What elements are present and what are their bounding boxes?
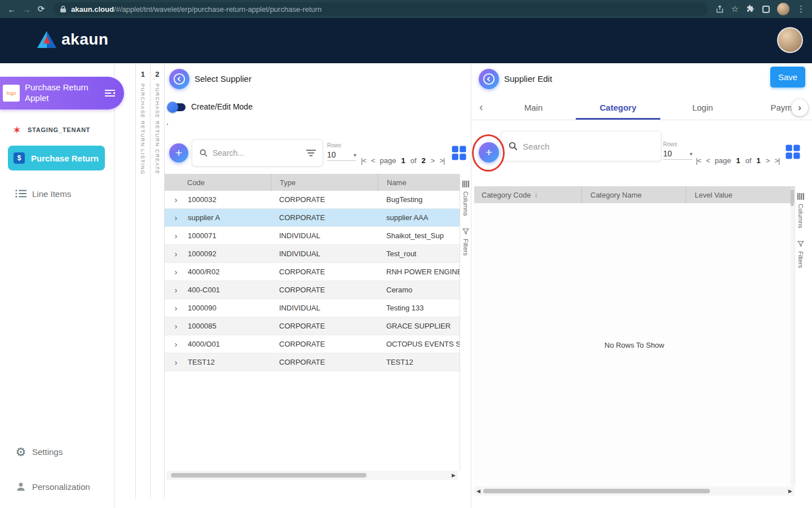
tabs-scroll-left-icon[interactable]: ‹ xyxy=(479,100,483,113)
grid-view-button[interactable] xyxy=(449,143,469,163)
tab-main[interactable]: Main xyxy=(491,95,576,120)
rows-label: Rows xyxy=(663,141,692,147)
sidebar-item-label: Personalization xyxy=(32,482,90,492)
search-input[interactable] xyxy=(213,148,302,157)
scroll-right-icon[interactable]: ▶ xyxy=(788,488,792,494)
browser-reload-icon[interactable]: ⟳ xyxy=(34,4,48,14)
next-page-icon[interactable]: > xyxy=(766,156,770,165)
cell-type: CORPORATE xyxy=(271,322,378,330)
scrollbar-thumb[interactable] xyxy=(791,189,794,206)
table-row[interactable]: ›4000/O01CORPORATEOCTOPUS EVENTS SOLUTI xyxy=(165,335,460,353)
scrollbar-thumb[interactable] xyxy=(171,473,367,478)
browser-back-icon[interactable]: ← xyxy=(5,5,19,14)
last-page-icon[interactable]: >| xyxy=(439,156,444,165)
first-page-icon[interactable]: |< xyxy=(361,156,366,165)
cell-type: CORPORATE xyxy=(271,358,378,366)
next-page-icon[interactable]: > xyxy=(431,156,435,165)
save-button[interactable]: Save xyxy=(770,67,805,87)
add-supplier-button[interactable]: + xyxy=(169,143,188,163)
add-category-button[interactable]: + xyxy=(479,142,499,163)
vertical-scrollbar[interactable] xyxy=(791,188,794,485)
row-expander-icon[interactable]: › xyxy=(165,357,187,367)
extensions-puzzle-icon[interactable] xyxy=(746,5,755,14)
rows-per-page-select[interactable]: Rows 10▾ xyxy=(663,141,692,160)
first-page-icon[interactable]: |< xyxy=(696,156,701,165)
column-header-category-code[interactable]: Category Code↓ xyxy=(474,191,581,199)
row-expander-icon[interactable]: › xyxy=(165,303,187,313)
filters-panel-tab[interactable]: Filters xyxy=(795,234,806,274)
row-expander-icon[interactable]: › xyxy=(165,249,187,259)
tab-login[interactable]: Login xyxy=(660,95,745,120)
address-bar[interactable]: akaun.cloud/#/applet/tnt/wavelet/erp/pur… xyxy=(53,2,708,16)
browser-profile-avatar[interactable] xyxy=(777,3,789,15)
row-expander-icon[interactable]: › xyxy=(165,231,187,240)
scrollbar-thumb[interactable] xyxy=(483,489,710,493)
browser-menu-icon[interactable]: ⋮ xyxy=(797,4,805,14)
tab-purchase-return-listing[interactable]: 1 PURCHASE RETURN LISTING xyxy=(136,63,151,499)
sidebar-item-tenant[interactable]: ✶ STAGING_TENANT xyxy=(0,122,114,138)
column-header-category-name[interactable]: Category Name xyxy=(581,186,686,203)
scroll-left-icon[interactable]: ◀ xyxy=(476,488,480,494)
scroll-right-icon[interactable]: ▶ xyxy=(452,472,456,478)
table-row[interactable]: ›TEST12CORPORATETEST12 xyxy=(165,353,460,371)
sidebar-item-settings[interactable]: ⚙ Settings xyxy=(0,443,114,461)
cell-code: 1000032 xyxy=(187,195,271,204)
rows-label: Rows xyxy=(327,142,356,148)
sidebar-item-personalization[interactable]: Personalization xyxy=(0,478,114,496)
back-button[interactable] xyxy=(169,69,189,89)
cell-type: INDIVIDUAL xyxy=(271,304,378,312)
column-header-name[interactable]: Name xyxy=(378,174,460,191)
browser-forward-icon[interactable]: → xyxy=(19,5,34,14)
table-row[interactable]: ›1000090INDIVIDUALTesting 133 xyxy=(165,299,460,317)
row-expander-icon[interactable]: › xyxy=(165,195,187,204)
table-row[interactable]: ›1000092INDIVIDUALTest_rout xyxy=(165,245,460,263)
sort-desc-icon[interactable]: ↓ xyxy=(534,191,537,199)
table-row[interactable]: ›1000032CORPORATEBugTesting xyxy=(165,191,460,209)
cell-name: Shaikot_test_Sup xyxy=(378,231,460,240)
column-label: Category Code xyxy=(482,191,531,199)
horizontal-scrollbar[interactable]: ▶ xyxy=(166,471,458,480)
table-row-selected[interactable]: ›supplier ACORPORATEsupplier AAA xyxy=(165,209,460,227)
columns-panel-tab[interactable]: Columns xyxy=(795,186,806,234)
column-header-level-value[interactable]: Level Value xyxy=(686,186,795,203)
cell-code: 1000085 xyxy=(187,322,271,330)
page-total: 2 xyxy=(422,156,426,165)
sidebar-item-purchase-return[interactable]: $ Purchase Return xyxy=(8,146,105,170)
filter-list-icon[interactable] xyxy=(306,149,316,157)
tabs-scroll-right-button[interactable]: › xyxy=(791,99,808,116)
sidebar-item-line-items[interactable]: Line Items xyxy=(0,185,114,203)
filters-panel-tab[interactable]: Filters xyxy=(460,221,471,261)
row-expander-icon[interactable]: › xyxy=(165,321,187,331)
menu-collapse-icon[interactable] xyxy=(104,89,116,97)
bookmark-star-icon[interactable]: ☆ xyxy=(731,4,739,14)
user-avatar[interactable] xyxy=(777,27,803,53)
create-edit-mode-toggle[interactable] xyxy=(169,103,186,111)
row-expander-icon[interactable]: › xyxy=(165,267,187,277)
cell-type: INDIVIDUAL xyxy=(271,249,378,258)
tab-category[interactable]: Category xyxy=(576,95,660,120)
rows-per-page-select[interactable]: Rows 10▾ xyxy=(327,142,356,161)
horizontal-scrollbar[interactable]: ◀ ▶ xyxy=(474,487,795,496)
cell-type: CORPORATE xyxy=(271,286,378,294)
brand-logo[interactable]: akaun xyxy=(37,30,108,49)
back-button[interactable] xyxy=(479,69,499,89)
columns-panel-tab[interactable]: Columns xyxy=(460,174,471,221)
table-row[interactable]: ›400-C001CORPORATECeramo xyxy=(165,281,460,299)
table-row[interactable]: ›1000085CORPORATEGRACE SUPPLIER xyxy=(165,317,460,335)
prev-page-icon[interactable]: < xyxy=(371,156,375,165)
tab-purchase-return-create[interactable]: 2 PURCHASE RETURN CREATE xyxy=(151,63,165,499)
last-page-icon[interactable]: >| xyxy=(774,156,779,165)
applet-switcher[interactable]: logo Purchase Return Applet xyxy=(0,77,124,110)
share-icon[interactable] xyxy=(716,5,724,14)
row-expander-icon[interactable]: › xyxy=(165,285,187,295)
table-row[interactable]: ›4000/R02CORPORATERNH POWER ENGINEERIN xyxy=(165,263,460,281)
column-header-code[interactable]: Code xyxy=(187,178,271,187)
row-expander-icon[interactable]: › xyxy=(165,213,187,222)
grid-view-button[interactable] xyxy=(783,142,802,161)
table-row[interactable]: ›1000071INDIVIDUALShaikot_test_Sup xyxy=(165,227,460,245)
search-input[interactable] xyxy=(523,142,654,151)
column-header-type[interactable]: Type xyxy=(271,174,378,191)
prev-page-icon[interactable]: < xyxy=(706,156,710,165)
sidepanel-icon[interactable] xyxy=(762,6,770,13)
row-expander-icon[interactable]: › xyxy=(165,339,187,349)
